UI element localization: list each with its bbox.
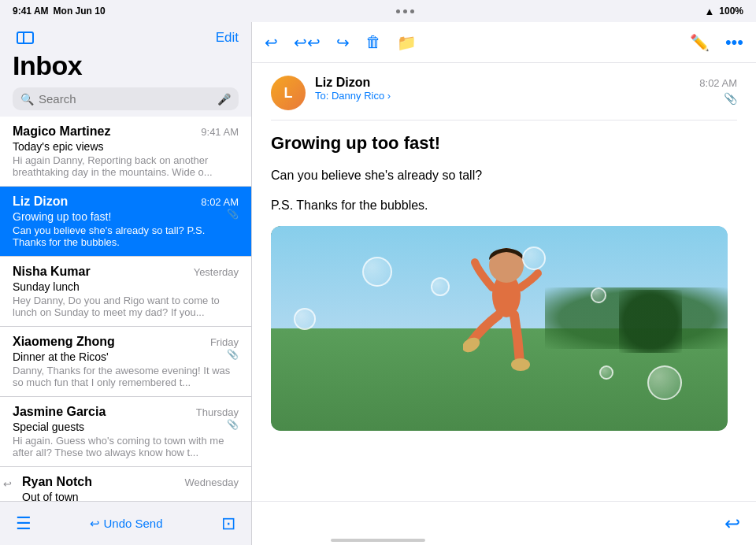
filter-icon[interactable]: ☰: [16, 513, 32, 534]
email-sender: Xiaomeng Zhong: [13, 335, 115, 349]
email-item-header: Magico Martinez 9:41 AM: [13, 124, 239, 139]
status-bar-right: ▲ 100%: [704, 6, 743, 17]
undo-send-arrow: ↩: [90, 517, 100, 531]
email-time: Wednesday: [185, 476, 239, 488]
email-list-footer: ☰ ↩ Undo Send ⊡: [0, 501, 251, 545]
status-bar-left: 9:41 AM Mon Jun 10: [13, 6, 106, 17]
person-svg: [463, 232, 565, 390]
email-body-paragraph-1: Can you believe she's already so tall?: [271, 166, 737, 185]
email-body-paragraph-2: P.S. Thanks for the bubbles.: [271, 196, 737, 215]
email-time: 9:41 AM: [201, 126, 239, 138]
avatar: L: [271, 76, 306, 110]
list-item[interactable]: Liz Dizon 8:02 AM Growing up too fast! C…: [0, 187, 251, 257]
search-input[interactable]: [39, 92, 213, 106]
bubble-1: [362, 257, 392, 287]
mic-icon[interactable]: 🎤: [217, 93, 231, 106]
email-sender: Jasmine Garcia: [13, 405, 106, 419]
toolbar-right: ✏️ •••: [690, 32, 743, 53]
email-item-header: Liz Dizon 8:02 AM: [13, 195, 239, 209]
more-options-icon[interactable]: •••: [725, 32, 743, 53]
attachment-icon: 📎: [227, 349, 239, 360]
email-list-header: Edit Inbox 🔍 🎤: [0, 22, 251, 117]
reply-button[interactable]: ↩: [724, 513, 740, 535]
email-subject: Sunday lunch: [13, 280, 239, 293]
email-preview: Hi again Danny, Reporting back on anothe…: [13, 154, 239, 178]
list-item[interactable]: Nisha Kumar Yesterday Sunday lunch Hey D…: [0, 257, 251, 327]
inbox-title: Inbox: [13, 50, 239, 81]
bubble-3: [522, 247, 546, 270]
undo-send-button[interactable]: ↩ Undo Send: [90, 517, 162, 531]
email-image: [271, 226, 728, 431]
list-item[interactable]: Magico Martinez 9:41 AM Today's epic vie…: [0, 117, 251, 187]
email-time: Friday: [210, 336, 239, 348]
folder-icon[interactable]: 📁: [397, 33, 417, 52]
forward-icon[interactable]: ↪: [336, 33, 350, 52]
reply-all-icon[interactable]: ↩↩: [294, 33, 321, 52]
bubble-7: [294, 308, 316, 330]
status-day: Mon Jun 10: [54, 6, 106, 17]
email-item-header: Ryan Notch Wednesday: [13, 475, 239, 489]
bubble-2: [431, 277, 450, 296]
email-sender: Nisha Kumar: [13, 265, 91, 279]
bubble-5: [647, 365, 682, 400]
sidebar-toggle-button[interactable]: [13, 28, 38, 47]
top-bar: Edit: [13, 28, 239, 47]
email-time: Thursday: [196, 406, 239, 418]
list-item[interactable]: Jasmine Garcia Thursday Special guests H…: [0, 397, 251, 467]
compose-icon[interactable]: ✏️: [690, 33, 710, 52]
email-detail-panel: ↩ ↩↩ ↪ 🗑 📁 ✏️ ••• L Liz Dizon: [252, 22, 756, 545]
attachment-icon: 📎: [227, 419, 239, 430]
email-subject: Dinner at the Ricos': [13, 350, 239, 363]
email-preview: Hi again. Guess who's coming to town wit…: [13, 435, 239, 458]
status-dot-3: [410, 9, 414, 13]
email-item-header: Nisha Kumar Yesterday: [13, 265, 239, 279]
status-dot-2: [403, 9, 407, 13]
email-detail-subject: Growing up too fast!: [271, 133, 737, 154]
email-detail-sender: Liz Dizon: [315, 76, 690, 90]
email-subject: Special guests: [13, 421, 239, 433]
email-detail-to[interactable]: To: Danny Rico ›: [315, 90, 690, 102]
email-time: Yesterday: [194, 266, 239, 278]
bubble-6: [599, 365, 613, 380]
email-sender: Liz Dizon: [13, 195, 68, 209]
email-detail-footer: ↩: [252, 501, 756, 545]
email-detail-to-name: Danny Rico: [332, 90, 384, 102]
undo-send-label: Undo Send: [103, 517, 162, 530]
app-container: Edit Inbox 🔍 🎤 Magico Martinez 9:41 AM T…: [0, 22, 756, 545]
search-bar[interactable]: 🔍 🎤: [13, 87, 239, 110]
battery-level: 100%: [719, 6, 743, 17]
status-time: 9:41 AM: [13, 6, 49, 17]
toolbar-left: ↩ ↩↩ ↪ 🗑 📁: [265, 33, 417, 52]
svg-point-3: [511, 358, 530, 371]
email-sender: Ryan Notch: [22, 475, 92, 489]
status-dot-1: [396, 9, 400, 13]
email-detail-time: 8:02 AM: [699, 77, 737, 89]
email-preview: Danny, Thanks for the awesome evening! I…: [13, 365, 239, 388]
search-icon: 🔍: [20, 93, 34, 106]
email-preview: Hey Danny, Do you and Rigo want to come …: [13, 295, 239, 318]
list-item[interactable]: ↩ Ryan Notch Wednesday Out of town Howdy…: [0, 467, 251, 501]
list-item[interactable]: Xiaomeng Zhong Friday Dinner at the Rico…: [0, 327, 251, 397]
email-item-header: Jasmine Garcia Thursday: [13, 405, 239, 419]
email-detail-header: L Liz Dizon To: Danny Rico › 8:02 AM 📎: [271, 76, 737, 120]
trash-icon[interactable]: 🗑: [365, 33, 381, 51]
email-time: 8:02 AM: [201, 196, 239, 208]
email-sender: Magico Martinez: [13, 124, 110, 139]
email-detail-meta: Liz Dizon To: Danny Rico ›: [315, 76, 690, 102]
email-list: Magico Martinez 9:41 AM Today's epic vie…: [0, 117, 251, 501]
email-subject: Out of town: [13, 491, 239, 501]
edit-button[interactable]: Edit: [216, 30, 239, 46]
forwarded-icon: ↩: [3, 478, 12, 490]
email-preview: Can you believe she's already so tall? P…: [13, 224, 239, 248]
attachment-icon: 📎: [227, 209, 239, 220]
status-bar: 9:41 AM Mon Jun 10 ▲ 100%: [0, 0, 756, 22]
compose-icon[interactable]: ⊡: [221, 513, 235, 534]
home-indicator: [331, 539, 425, 542]
email-item-header: Xiaomeng Zhong Friday: [13, 335, 239, 349]
email-subject: Growing up too fast!: [13, 210, 239, 223]
wifi-icon: ▲: [704, 6, 714, 17]
email-subject: Today's epic views: [13, 140, 239, 153]
email-list-panel: Edit Inbox 🔍 🎤 Magico Martinez 9:41 AM T…: [0, 22, 252, 545]
email-detail-time-area: 8:02 AM 📎: [699, 76, 737, 105]
reply-icon[interactable]: ↩: [265, 33, 278, 52]
